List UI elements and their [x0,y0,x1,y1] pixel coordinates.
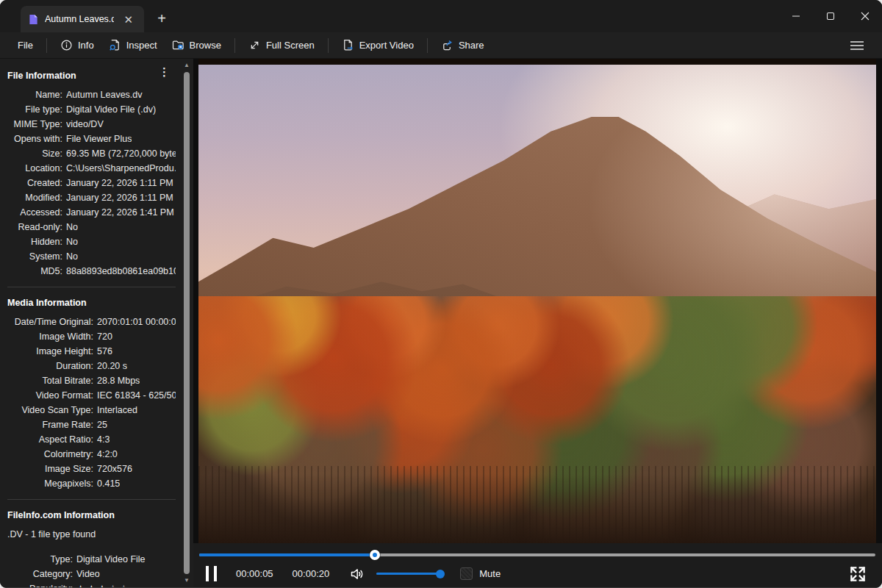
info-value: IEC 61834 - 625/50… [97,388,176,403]
info-sidebar: ⋮ File InformationName:Autumn Leaves.dvF… [0,59,193,587]
info-label: Name: [7,87,66,102]
sidebar-options-kebab-icon[interactable]: ⋮ [154,63,174,81]
toolbar-button-file[interactable]: File [10,36,40,54]
close-button[interactable] [847,0,882,32]
scroll-up-icon[interactable]: ▲ [184,62,190,69]
info-label: Modified: [7,190,66,205]
section-title: FileInfo.com Information [7,508,176,523]
info-value: Video [76,567,100,581]
document-tab[interactable]: Autumn Leaves.dv ✕ [21,6,144,32]
player-fullscreen-icon[interactable] [848,564,872,584]
info-value: Digital Video File [76,552,146,567]
toolbar-button-info[interactable]: Info [53,35,101,55]
sidebar-scrollbar[interactable]: ▲ ▼ [182,62,191,584]
info-row: Created:January 22, 2026 1:11 PM [7,176,176,190]
toolbar-button-inspect[interactable]: Inspect [101,35,165,55]
volume-speaker-icon[interactable] [348,565,366,583]
info-label: Size: [7,146,66,161]
video-file-icon [28,14,39,25]
info-row: Accessed:January 22, 2026 1:41 PM [7,205,176,220]
info-label: Megapixels: [7,476,97,491]
total-duration: 00:00:20 [293,568,330,579]
mute-checkbox[interactable] [460,567,473,580]
toolbar-button-browse[interactable]: Browse [165,35,229,55]
info-label: Created: [7,176,66,190]
seek-bar[interactable] [199,550,875,560]
info-label: Category: [7,567,76,581]
info-row: Opens with:File Viewer Plus [7,132,176,146]
info-value: Interlaced [97,403,137,417]
toolbar-button-label: Export Video [359,40,414,51]
info-label: Image Size: [7,462,97,476]
pause-button[interactable] [203,566,220,581]
toolbar-separator [328,38,329,53]
info-row: Name:Autumn Leaves.dv [7,87,176,102]
tab-close-icon[interactable]: ✕ [120,12,137,26]
new-tab-button[interactable]: + [151,9,172,28]
info-row: Type:Digital Video File [7,552,176,567]
toolbar-button-share[interactable]: Share [434,35,492,55]
info-label: MIME Type: [7,117,66,132]
info-value: Digital Video File (.dv) [66,102,156,117]
info-label: File type: [7,102,66,117]
export-icon [342,39,354,51]
info-value: 0.415 [97,476,120,491]
info-row: Hidden:No [7,234,176,249]
player-controls: 00:00:05 00:00:20 Mute [193,543,882,587]
maximize-button[interactable] [813,0,847,32]
volume-thumb[interactable] [436,570,445,578]
info-value: 4:2:0 [97,447,118,462]
video-underbrush [198,466,876,543]
inspect-icon [109,39,121,51]
info-label: Hidden: [7,234,66,249]
toolbar-separator [427,38,428,53]
info-row: Read-only:No [7,220,176,234]
info-row: MD5:88a8893ed8b0861ea09b10… [7,264,176,279]
info-row: Image Size:720x576 [7,462,176,476]
toolbar-button-full-screen[interactable]: Full Screen [241,35,322,55]
tab-title: Autumn Leaves.dv [45,14,114,24]
toolbar-button-export-video[interactable]: Export Video [334,35,421,55]
seek-thumb[interactable] [370,550,380,560]
section-title: Media Information [7,295,176,310]
info-label: Accessed: [7,205,66,220]
info-row: Frame Rate:25 [7,417,176,432]
info-icon [60,39,73,51]
info-value: 576 [97,344,112,359]
sidebar-section: FileInfo.com Information.DV - 1 file typ… [7,499,176,587]
volume-slider[interactable] [376,569,444,579]
info-value: C:\Users\SharpenedProdu… [66,161,176,176]
scroll-down-icon[interactable]: ▼ [184,577,190,584]
info-value: 69.35 MB (72,720,000 bytes) [66,146,176,161]
video-frame[interactable] [198,59,876,543]
info-label: Location: [7,161,66,176]
info-value: 720x576 [97,462,132,476]
toolbar-button-label: Info [78,40,94,51]
info-value: January 22, 2026 1:41 PM [66,205,174,220]
info-value: January 22, 2026 1:11 PM [66,190,173,205]
toolbar: FileInfoInspectBrowseFull ScreenExport V… [0,32,882,59]
info-row: Video Scan Type:Interlaced [7,403,176,417]
info-value: 25 [97,417,107,432]
volume-fill [376,573,444,575]
title-bar: Autumn Leaves.dv ✕ + [0,0,882,32]
toolbar-button-label: File [18,40,33,51]
info-row: Megapixels:0.415 [7,476,176,491]
info-row: Colorimetry:4:2:0 [7,447,176,462]
info-label: Image Height: [7,344,97,359]
info-row: Date/Time Original:2070:01:01 00:00:00 [7,315,176,329]
scrollbar-thumb[interactable] [184,72,190,574]
info-label: Video Format: [7,388,97,403]
info-value: 88a8893ed8b0861ea09b10… [66,264,176,279]
info-label: Video Scan Type: [7,403,97,417]
info-value: No [66,234,78,249]
info-value: File Viewer Plus [66,132,132,146]
minimize-button[interactable] [778,0,813,32]
info-label: Colorimetry: [7,447,97,462]
info-row: Category:Video [7,567,176,581]
info-label: Aspect Ratio: [7,432,97,447]
current-time: 00:00:05 [236,568,273,579]
info-row: Image Height:576 [7,344,176,359]
browse-icon [172,39,184,51]
menu-hamburger-icon[interactable] [842,35,872,56]
